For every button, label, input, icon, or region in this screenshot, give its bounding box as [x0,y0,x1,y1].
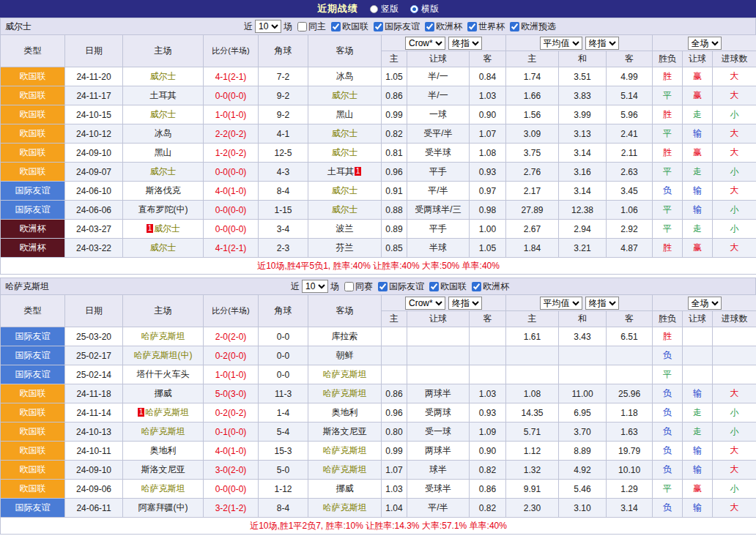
col-away: 客场 [308,35,382,67]
cell-ax: 5.46 [559,480,607,499]
filter-league-checkbox-input[interactable] [472,282,481,291]
home-team-name: 挪威 [155,388,172,398]
filter-league-checkbox[interactable]: 欧洲杯 [422,21,462,33]
cell-result: 负 [653,499,683,518]
cell-oh: 受球半 [407,480,470,499]
cell-date: 25-03-20 [65,327,123,346]
col-avg-draw: 和 [559,51,607,67]
cell-o2: 1.07 [470,124,506,144]
cell-away: 挪威 [308,480,382,499]
checkbox-label: 世界杯 [478,21,505,33]
cell-o2: 0.82 [470,461,506,480]
cell-away: 芬兰 [308,239,382,258]
filter-league-checkbox[interactable]: 国际友谊 [371,21,420,33]
cell-ax: 3.70 [559,423,607,442]
cell-away: 哈萨克斯坦 [308,442,382,461]
cell-a1: 1.84 [506,239,559,258]
filter-league-checkbox-input[interactable] [378,282,388,291]
fullmatch-select[interactable]: 全场 [688,297,722,310]
col-avg-home: 主 [506,51,559,67]
cell-o2 [470,346,506,365]
cell-home: 哈萨克斯坦 [123,327,204,346]
away-team-name: 挪威 [336,483,354,494]
match-count-select[interactable]: 10 [302,280,328,293]
cell-a2: 5.14 [607,86,653,105]
red-card-badge: 1 [147,224,153,233]
cell-result: 负 [653,346,683,365]
cell-goals-result: 小 [713,423,756,442]
col-avg-away: 客 [607,51,653,67]
cell-date: 25-02-17 [65,346,123,365]
cell-date: 24-03-27 [65,220,123,239]
cell-result: 平 [653,365,683,384]
layout-radio-horizontal[interactable]: 横版 [410,3,439,15]
home-team-name: 威尔士 [150,166,177,176]
cell-a1: 14.35 [506,403,559,423]
filter-league-checkbox[interactable]: 国际友谊 [375,280,424,293]
cell-score: 0-0(0-0) [204,220,259,239]
cell-oh: 平/半 [407,182,470,201]
filter-league-checkbox-input[interactable] [467,22,477,31]
average-select[interactable]: 平均值 [540,297,582,310]
filter-league-checkbox[interactable]: 欧洲预选 [507,21,556,33]
cell-handicap-result: 走 [683,163,713,182]
cell-home: 哈萨克斯坦 [123,423,204,442]
cell-score: 0-2(0-0) [204,346,259,365]
filter-league-checkbox-input[interactable] [374,22,383,31]
cell-goals-result [713,327,756,346]
away-team-name: 斯洛文尼亚 [323,426,367,436]
cell-a2 [607,365,653,384]
col-home: 主场 [123,295,204,327]
filter-league-checkbox[interactable]: 欧洲杯 [469,280,509,293]
fullmatch-select[interactable]: 全场 [688,37,722,50]
cell-ax: 3.43 [559,327,607,346]
team-name: 哈萨克斯坦 [5,280,49,293]
filter-same-checkbox-input[interactable] [344,282,354,291]
match-count-select[interactable]: 10 [255,20,281,33]
filter-league-checkbox-input[interactable] [510,22,519,31]
cell-a2: 2.11 [607,144,653,163]
col-type: 类型 [1,295,65,327]
page-title: 近期战绩 [317,2,358,15]
cell-result: 平 [653,220,683,239]
cell-a1: 2.76 [506,163,559,182]
cell-o1: 1.05 [382,67,407,86]
col-odds-home: 主 [382,51,407,67]
cell-o1: 0.86 [382,384,407,403]
cell-a1: 3.75 [506,144,559,163]
final-odds-select-2[interactable]: 终指 [585,297,619,310]
filter-league-checkbox[interactable]: 世界杯 [464,21,505,33]
checkbox-label: 欧洲预选 [521,21,556,33]
filter-same-checkbox[interactable]: 同主 [294,21,326,33]
away-team-name: 芬兰 [336,242,354,253]
cell-away: 冰岛 [308,67,382,86]
layout-radio-vertical[interactable]: 竖版 [370,3,399,15]
cell-type: 欧国联 [1,67,65,86]
cell-handicap-result: 输 [683,461,713,480]
filter-league-checkbox-input[interactable] [429,282,439,291]
average-select[interactable]: 平均值 [540,37,582,50]
filter-league-checkbox-input[interactable] [331,22,341,31]
final-odds-select[interactable]: 终指 [448,37,482,50]
topbar: 近期战绩 竖版 横版 [0,0,756,18]
filter-league-checkbox[interactable]: 欧国联 [328,21,368,33]
bookmaker-select[interactable]: Crow* [405,297,445,310]
filter-same-checkbox-input[interactable] [297,22,307,31]
cell-ax: 3.14 [559,144,607,163]
cell-type: 国际友谊 [1,365,65,384]
checkbox-label: 欧洲杯 [483,280,509,293]
final-odds-select-2[interactable]: 终指 [585,37,619,50]
filter-league-checkbox-input[interactable] [425,22,434,31]
filter-games-label: 场 [330,280,339,293]
checkbox-label: 欧国联 [342,21,368,33]
cell-oh: 一球 [407,105,470,124]
filter-league-checkbox[interactable]: 欧国联 [426,280,467,293]
cell-a2: 2.92 [607,220,653,239]
match-row: 国际友谊25-03-20哈萨克斯坦2-0(2-0)0-0库拉索1.613.436… [1,327,756,346]
cell-o2: 0.90 [470,442,506,461]
bookmaker-select[interactable]: Crow* [405,37,445,50]
cell-o1 [382,346,407,365]
filter-same-checkbox[interactable]: 同赛 [341,280,373,293]
cell-o1: 0.96 [382,163,407,182]
final-odds-select[interactable]: 终指 [448,297,482,310]
